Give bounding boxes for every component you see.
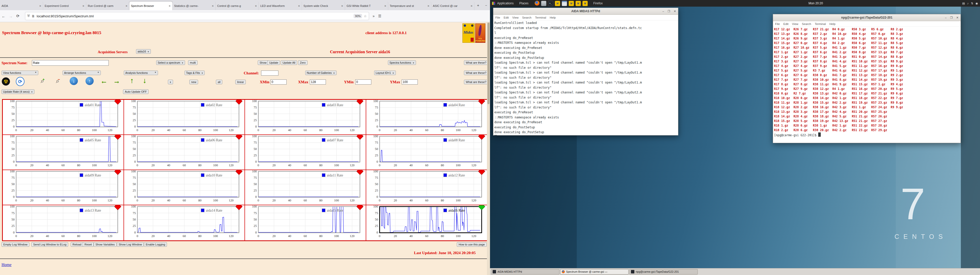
current-app-label[interactable]: Firefox: [593, 2, 603, 5]
spectrum-chart-aida03[interactable]: 0204060801001200255075100 aida03 Rate: [245, 100, 366, 135]
hamburger-menu-icon[interactable]: ☰: [378, 14, 382, 18]
update-all-button[interactable]: Update All: [281, 60, 297, 65]
footer-button-show-log-window[interactable]: Show Log Window: [117, 242, 144, 247]
page-info-icon[interactable]: 🗎: [32, 14, 35, 18]
multi-button[interactable]: multi: [188, 60, 197, 65]
spectrum-chart-aida12[interactable]: 0204060801001200255075100 aida12 Rate: [366, 170, 487, 205]
places-menu[interactable]: Places: [519, 2, 528, 5]
spectrum-chart-aida09[interactable]: 0204060801001200255075100 aida09 Rate: [3, 170, 124, 205]
terminal-menu-view[interactable]: View: [792, 22, 798, 25]
terminal-titlebar[interactable]: npg@carme-gsi:/TapeData/G22-201 – ❐ ✕: [773, 14, 961, 21]
footer-button-reload[interactable]: Reload: [71, 242, 83, 247]
panel-clock[interactable]: Mon 20:20: [808, 2, 823, 5]
taskbar-button-spectrum-browser-carme-gsi-[interactable]: Spectrum Browser @ carme-gsi —: [560, 269, 628, 275]
how-to-use-button[interactable]: How to use this page: [457, 242, 487, 247]
page-scrollbar[interactable]: [487, 22, 490, 275]
tab-close-icon[interactable]: ✕: [384, 5, 387, 7]
spectrum-chart-aida13[interactable]: 0204060801001200255075100 aida13 Rate: [3, 205, 124, 240]
terminal-menu-search[interactable]: Search: [522, 16, 531, 19]
radiation-icon[interactable]: ☢: [2, 77, 10, 86]
new-tab-button[interactable]: +: [474, 3, 482, 7]
browser-tab-8[interactable]: System wide Check✕: [302, 2, 345, 10]
spectrum-chart-aida14[interactable]: 0204060801001200255075100 aida14 Rate: [124, 205, 245, 240]
refresh-icon[interactable]: ⟳: [16, 77, 24, 86]
tray-icon-1[interactable]: ♪: [967, 2, 969, 5]
browser-tab-7[interactable]: LED and Waveform✕: [259, 2, 302, 10]
move-up-icon[interactable]: ↑: [85, 77, 94, 85]
all-button[interactable]: all: [216, 80, 222, 84]
spectrum-chart-aida08[interactable]: 0204060801001200255075100 aida08 Rate: [366, 135, 487, 170]
footer-button-send-log-window-to-elog[interactable]: Send Log Window to ELog: [32, 242, 68, 247]
xmin-input[interactable]: [270, 79, 286, 85]
terminal-output[interactable]: RunControlClient loadedCompleted custom …: [493, 21, 678, 135]
zero-button[interactable]: Zero: [298, 60, 307, 65]
zoom-level-badge[interactable]: 90%: [354, 14, 362, 18]
new-button[interactable]: new: [189, 80, 198, 84]
terminal-menu-help[interactable]: Help: [550, 16, 556, 19]
arrow-left-icon[interactable]: ←: [100, 77, 108, 85]
footer-button-show-variables[interactable]: Show Variables: [94, 242, 117, 247]
midas-logo[interactable]: Midas: [463, 24, 475, 43]
maximize-icon[interactable]: ❐: [668, 9, 670, 13]
browser-tab-9[interactable]: GSI White Rabbit T✕: [345, 2, 388, 10]
spectrum-name-input[interactable]: [32, 60, 109, 66]
analysis-functions-dropdown[interactable]: Analysis functions▼: [124, 71, 158, 75]
tray-icon-3[interactable]: ◉: [975, 2, 978, 5]
zoom-out-icon[interactable]: ⌕−: [54, 77, 62, 85]
terminal-menu-help[interactable]: Help: [829, 22, 835, 25]
tab-close-icon[interactable]: ✕: [169, 5, 171, 7]
select-spectrum-dropdown[interactable]: Select a spectrum▼: [156, 60, 185, 65]
browser-tab-3[interactable]: Run Control @ carm✕: [86, 2, 129, 10]
midas-launcher-icon[interactable]: M: [569, 1, 574, 6]
update-rate-dropdown[interactable]: Update Rate (4 secs)▼: [2, 89, 35, 94]
tab-close-icon[interactable]: ✕: [471, 5, 473, 7]
minimize-icon[interactable]: –: [662, 9, 664, 13]
tab-close-icon[interactable]: ✕: [255, 5, 257, 7]
files-launcher-icon[interactable]: [541, 1, 546, 6]
reload-button[interactable]: ⟳: [14, 14, 21, 18]
tab-close-icon[interactable]: ✕: [126, 5, 127, 7]
minimize-icon[interactable]: –: [945, 16, 947, 19]
terminal-output[interactable]: R17 12.gz R26 7.gz R37 21.gz R4 0.gz R50…: [773, 27, 961, 143]
home-link[interactable]: Home: [2, 262, 11, 267]
terminal-launcher-icon[interactable]: >_: [548, 1, 553, 6]
update-button[interactable]: Update: [267, 60, 280, 65]
what-are-these-button-3[interactable]: What are these?: [464, 80, 488, 84]
terminal-titlebar[interactable]: AIDA MIDAS HTTPd – ❐ ✕: [493, 8, 678, 15]
spectrum-chart-aida07[interactable]: 0204060801001200255075100 aida07 Rate: [245, 135, 366, 170]
tray-icon-0[interactable]: ▤: [962, 2, 965, 5]
arrow-down-icon[interactable]: ↓: [140, 76, 149, 85]
terminal-menu-file[interactable]: File: [775, 22, 780, 25]
back-button[interactable]: ←: [0, 14, 7, 18]
zoom-in-icon[interactable]: ⌕+: [38, 77, 47, 85]
browser-tab-1[interactable]: AIDA✕: [0, 2, 43, 10]
terminal-menu-edit[interactable]: Edit: [783, 22, 789, 25]
toolbar-overflow-chevron[interactable]: »: [372, 14, 375, 18]
terminal-menu-view[interactable]: View: [512, 16, 519, 19]
tcl-powered-logo[interactable]: TCL POWERED: [475, 24, 485, 43]
spectrum-chart-aida15[interactable]: 0204060801001200255075100 aida15 Rate: [245, 205, 366, 240]
tags-fits-dropdown[interactable]: Tags & Fits▼: [185, 71, 205, 75]
window-launcher-icon[interactable]: [562, 1, 567, 6]
bookmark-star-icon[interactable]: ☆: [364, 14, 367, 18]
spectrum-chart-aida10[interactable]: 0204060801001200255075100 aida10 Rate: [124, 170, 245, 205]
acquisition-server-select[interactable]: aida16▼: [136, 49, 151, 54]
browser-tab-2[interactable]: Experiment Control✕: [43, 2, 86, 10]
taskbar-button-aida-midas-httpd[interactable]: AIDA MIDAS HTTPd: [491, 269, 559, 275]
x-button[interactable]: x: [168, 80, 173, 84]
terminal-menu-terminal[interactable]: Terminal: [535, 16, 546, 19]
ymax-input[interactable]: [402, 79, 418, 85]
xmax-input[interactable]: [310, 79, 326, 85]
spectrum-chart-aida11[interactable]: 0204060801001200255075100 aida11 Rate: [245, 170, 366, 205]
arrow-up-icon[interactable]: ↑: [127, 76, 136, 85]
spectrum-chart-aida02[interactable]: 0204060801001200255075100 aida02 Rate: [124, 100, 245, 135]
footer-button-empty-log-window[interactable]: Empty Log Window: [2, 242, 29, 247]
tab-close-icon[interactable]: ✕: [341, 5, 343, 7]
browser-tab-4[interactable]: Spectrum Browser✕: [129, 2, 172, 10]
applications-menu[interactable]: Applications: [497, 2, 514, 5]
tab-close-icon[interactable]: ✕: [428, 5, 430, 7]
distro-menu-icon[interactable]: [492, 2, 495, 5]
browser-tab-10[interactable]: Temperature and st✕: [388, 2, 431, 10]
number-of-galleries-dropdown[interactable]: Number of Galleries▼: [305, 71, 337, 75]
spectrum-chart-aida16[interactable]: 0204060801001200255075100 aida16 Rate: [366, 205, 487, 240]
